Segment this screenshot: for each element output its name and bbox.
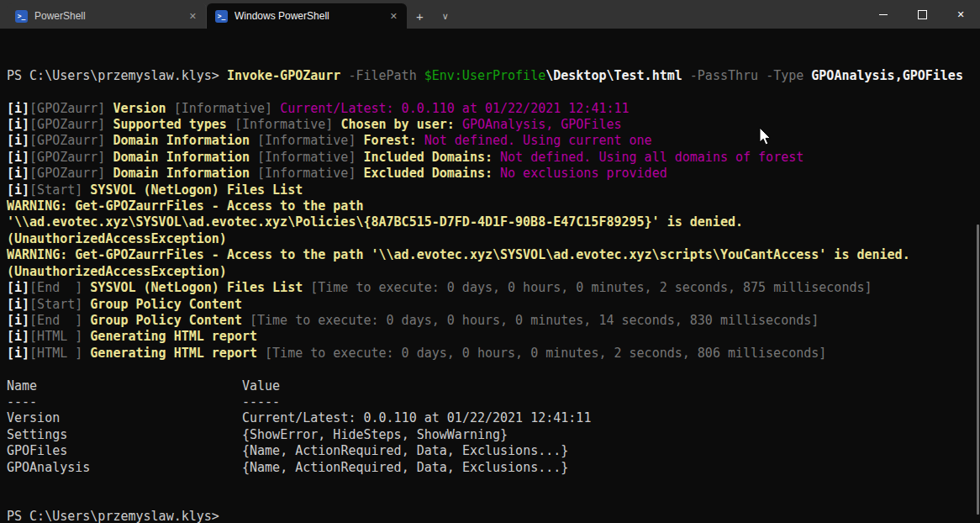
close-button[interactable]: ✕ (941, 0, 980, 29)
terminal-text: [Time to execute: 0 days, 0 hours, 0 min… (242, 313, 819, 328)
new-tab-button[interactable]: + (407, 3, 433, 29)
terminal-text: [Informative] (166, 101, 280, 116)
terminal-line: GPOAnalysis{Name, ActionRequired, Data, … (7, 460, 980, 476)
terminal-text: Generating HTML report (90, 329, 257, 344)
terminal-line: Settings{ShowError, HideSteps, ShowWarni… (7, 427, 980, 443)
terminal-text: Domain Information (113, 150, 250, 165)
terminal-line (7, 51, 980, 67)
terminal-text: Generating HTML report (90, 346, 257, 361)
terminal-text: -FilePath (348, 68, 416, 83)
terminal-text: Current/Latest: 0.0.110 at 01/22/2021 12… (242, 410, 591, 425)
tab-label: Windows PowerShell (234, 10, 381, 22)
terminal-text: \Desktop\Test.html (545, 68, 682, 83)
terminal-text: -Type (766, 68, 803, 83)
table-cell: Name (7, 378, 242, 394)
maximize-button[interactable] (903, 0, 941, 29)
terminal-line: [i][GPOZaurr] Version [Informative] Curr… (7, 101, 980, 117)
terminal-text: [GPOZaurr] (29, 117, 113, 132)
terminal-text: Domain Information (113, 166, 250, 181)
terminal-text: WARNING: Get-GPOZaurrFiles - Access to t… (7, 198, 363, 214)
terminal-line: [i][Start] SYSVOL (NetLogon) Files List (7, 182, 980, 198)
powershell-icon: >_ (215, 10, 228, 23)
terminal-line: WARNING: Get-GPOZaurrFiles - Access to t… (7, 247, 980, 263)
terminal-text: Not defined. Using all domains of forest (500, 150, 803, 165)
terminal-line: VersionCurrent/Latest: 0.0.110 at 01/22/… (7, 410, 980, 426)
terminal-text: ----- (242, 394, 280, 409)
maximize-icon (918, 10, 927, 19)
terminal-text: GPOAnalysis,GPOFiles (811, 68, 963, 83)
terminal-line: [i][GPOZaurr] Domain Information [Inform… (7, 133, 980, 149)
table-cell: Settings (7, 427, 242, 443)
terminal-text: [i] (7, 297, 29, 312)
terminal-text: Chosen by user: (340, 117, 462, 132)
terminal-text: [Informative] (227, 117, 340, 132)
terminal-text: $Env:UserProfile (424, 68, 546, 83)
terminal-text: [Informative] (250, 150, 363, 165)
table-cell: Version (7, 410, 242, 426)
terminal-text: (UnauthorizedAccessException) (7, 264, 227, 279)
terminal-text: -PassThru (690, 68, 758, 83)
terminal-text: Excluded Domains: (363, 166, 500, 181)
tab-close-icon[interactable]: ✕ (387, 11, 400, 22)
terminal-text: [i] (7, 150, 29, 165)
terminal-line: (UnauthorizedAccessException) (7, 231, 980, 247)
terminal-text: SYSVOL (NetLogon) Files List (90, 280, 303, 295)
terminal-text: [i] (7, 133, 29, 148)
terminal-text: Supported types (113, 117, 226, 132)
terminal-text: GPOAnalysis, GPOFiles (462, 117, 622, 132)
table-cell: ---- (7, 394, 242, 410)
terminal-text: Value (242, 378, 280, 394)
terminal-line (7, 492, 980, 508)
terminal-text: [GPOZaurr] (29, 133, 113, 148)
terminal-text: [i] (7, 101, 29, 116)
terminal-text: No exclusions provided (500, 166, 667, 181)
terminal-line: [i][End ] Group Policy Content [Time to … (7, 313, 980, 329)
terminal-text: [HTML ] (29, 346, 90, 361)
terminal-line (7, 35, 980, 51)
terminal-text: {Name, ActionRequired, Data, Exclusions.… (242, 443, 568, 458)
tab-windows-powershell[interactable]: >_ Windows PowerShell ✕ (207, 3, 407, 29)
terminal-text: {Name, ActionRequired, Data, Exclusions.… (242, 460, 568, 475)
minimize-button[interactable] (864, 0, 903, 29)
terminal-text: [i] (7, 166, 29, 181)
terminal-line: GPOFiles{Name, ActionRequired, Data, Exc… (7, 443, 980, 459)
terminal-text: [Start] (29, 297, 90, 312)
terminal-text: Group Policy Content (90, 313, 242, 328)
terminal-line: [i][End ] SYSVOL (NetLogon) Files List [… (7, 280, 980, 296)
tab-powershell[interactable]: >_ PowerShell ✕ (7, 3, 207, 29)
terminal-line: [i][GPOZaurr] Domain Information [Inform… (7, 166, 980, 182)
terminal-text: {ShowError, HideSteps, ShowWarning} (242, 427, 508, 442)
tab-bar: >_ PowerShell ✕ >_ Windows PowerShell ✕ … (0, 0, 980, 29)
terminal-text: Forest: (363, 133, 424, 148)
terminal-text: '\\ad.evotec.xyz\SYSVOL\ad.evotec.xyz\Po… (7, 214, 743, 230)
terminal-text: [Informative] (250, 166, 363, 181)
terminal-line: [i][HTML ] Generating HTML report (7, 329, 980, 345)
tab-dropdown-button[interactable]: ∨ (433, 3, 458, 29)
terminal-text: [End ] (29, 313, 90, 328)
terminal-line: [i][Start] Group Policy Content (7, 297, 980, 313)
terminal-text: Group Policy Content (90, 297, 242, 312)
terminal-text: PS C:\Users\przemyslaw.klys> (7, 68, 227, 83)
terminal-text: (UnauthorizedAccessException) (7, 231, 227, 246)
terminal-text: [i] (7, 313, 29, 328)
terminal-text: [GPOZaurr] (29, 101, 113, 116)
terminal-line: --------- (7, 394, 980, 410)
terminal-body[interactable]: PS C:\Users\przemyslaw.klys> Invoke-GPOZ… (0, 29, 980, 523)
terminal-text: [Time to execute: 0 days, 0 hours, 0 min… (303, 280, 872, 295)
minimize-icon (879, 14, 888, 15)
terminal-line: '\\ad.evotec.xyz\SYSVOL\ad.evotec.xyz\Po… (7, 214, 980, 230)
terminal-text: [i] (7, 280, 29, 295)
scrollbar-thumb[interactable] (977, 225, 979, 515)
terminal-line (7, 476, 980, 492)
tab-close-icon[interactable]: ✕ (187, 11, 199, 22)
terminal-text: Current/Latest: 0.0.110 at 01/22/2021 12… (280, 101, 629, 116)
terminal-line: PS C:\Users\przemyslaw.klys> (7, 509, 980, 523)
terminal-text: [GPOZaurr] (29, 166, 113, 181)
powershell-icon: >_ (15, 10, 28, 23)
terminal-text: [i] (7, 117, 29, 132)
terminal-text: [HTML ] (29, 329, 90, 344)
terminal-text: SYSVOL (NetLogon) Files List (90, 182, 303, 198)
terminal-text (682, 68, 690, 83)
terminal-text: [i] (7, 346, 29, 361)
terminal-text (417, 68, 424, 83)
